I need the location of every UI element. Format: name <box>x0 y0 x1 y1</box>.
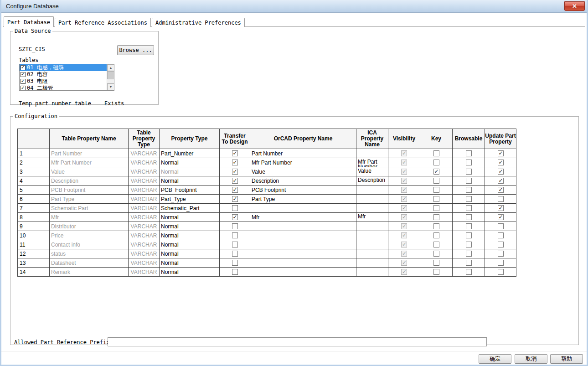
browsable-checkbox[interactable] <box>466 223 472 229</box>
orcad-property-name[interactable] <box>250 258 356 268</box>
key-checkbox[interactable] <box>433 160 439 165</box>
key-checkbox[interactable] <box>433 187 439 193</box>
list-scrollbar[interactable]: ▲ ▼ <box>107 64 114 90</box>
property-type[interactable]: Normal <box>160 240 220 249</box>
orcad-property-name[interactable] <box>250 231 356 240</box>
key-checkbox[interactable] <box>433 251 439 257</box>
ica-property-name[interactable] <box>356 204 388 213</box>
browsable-checkbox[interactable] <box>466 232 472 238</box>
item-checkbox[interactable] <box>21 65 26 70</box>
tab-part-reference-associations[interactable]: Part Reference Associations <box>55 18 151 27</box>
orcad-property-name[interactable] <box>250 240 356 249</box>
table-list-item[interactable]: 01 电感，磁珠 <box>20 64 107 71</box>
ica-property-name[interactable] <box>356 240 388 249</box>
update-part-property-checkbox[interactable] <box>498 169 504 175</box>
update-part-property-checkbox[interactable] <box>498 205 504 211</box>
property-type[interactable]: Schematic_Part <box>160 204 220 213</box>
browsable-checkbox[interactable] <box>466 260 472 266</box>
transfer-to-design-checkbox[interactable] <box>232 214 238 220</box>
row-number[interactable]: 2 <box>18 158 50 167</box>
key-checkbox[interactable] <box>433 242 439 247</box>
update-part-property-checkbox[interactable] <box>498 150 504 156</box>
row-number[interactable]: 7 <box>18 204 50 213</box>
titlebar[interactable]: Configure Database ✕ <box>1 0 587 13</box>
key-checkbox[interactable] <box>433 223 439 229</box>
key-checkbox[interactable] <box>433 269 439 275</box>
property-type[interactable]: PCB_Footprint <box>160 186 220 195</box>
browsable-checkbox[interactable] <box>466 150 472 156</box>
ica-property-name[interactable] <box>356 258 388 268</box>
transfer-to-design-checkbox[interactable] <box>232 178 238 184</box>
orcad-property-name[interactable]: Mfr <box>250 213 356 222</box>
browsable-checkbox[interactable] <box>466 214 472 220</box>
item-checkbox[interactable] <box>21 79 26 84</box>
update-part-property-checkbox[interactable] <box>498 251 504 257</box>
key-checkbox[interactable] <box>433 169 439 175</box>
update-part-property-checkbox[interactable] <box>498 269 504 275</box>
key-checkbox[interactable] <box>433 205 439 211</box>
transfer-to-design-checkbox[interactable] <box>232 205 238 211</box>
ica-property-name[interactable] <box>356 186 388 195</box>
update-part-property-checkbox[interactable] <box>498 242 504 247</box>
key-checkbox[interactable] <box>433 196 439 202</box>
row-number[interactable]: 3 <box>18 167 50 176</box>
item-checkbox[interactable] <box>21 72 26 77</box>
browsable-checkbox[interactable] <box>466 269 472 275</box>
ica-property-name[interactable] <box>356 195 388 204</box>
scroll-thumb[interactable] <box>107 71 114 79</box>
transfer-to-design-checkbox[interactable] <box>232 187 238 193</box>
ica-property-name[interactable]: Mfr <box>356 213 388 222</box>
property-type[interactable]: Normal <box>160 176 220 186</box>
browsable-checkbox[interactable] <box>466 205 472 211</box>
browse-button[interactable]: Browse ... <box>117 45 154 55</box>
transfer-to-design-checkbox[interactable] <box>232 150 238 156</box>
key-checkbox[interactable] <box>433 214 439 220</box>
browsable-checkbox[interactable] <box>466 251 472 257</box>
transfer-to-design-checkbox[interactable] <box>232 160 238 165</box>
orcad-property-name[interactable]: Part Number <box>250 149 356 158</box>
orcad-property-name[interactable] <box>250 249 356 258</box>
transfer-to-design-checkbox[interactable] <box>232 251 238 257</box>
row-number[interactable]: 10 <box>18 231 50 240</box>
row-number[interactable]: 6 <box>18 195 50 204</box>
orcad-property-name[interactable]: Part Type <box>250 195 356 204</box>
property-type[interactable]: Normal <box>160 258 220 268</box>
row-number[interactable]: 11 <box>18 240 50 249</box>
transfer-to-design-checkbox[interactable] <box>232 169 238 175</box>
ica-property-name[interactable]: Mfr Part Number <box>356 158 388 167</box>
allowed-prefixes-input[interactable] <box>108 337 487 346</box>
update-part-property-checkbox[interactable] <box>498 196 504 202</box>
row-number[interactable]: 5 <box>18 186 50 195</box>
orcad-property-name[interactable]: Value <box>250 167 356 176</box>
row-number[interactable]: 1 <box>18 149 50 158</box>
transfer-to-design-checkbox[interactable] <box>232 232 238 238</box>
browsable-checkbox[interactable] <box>466 178 472 184</box>
cancel-button[interactable]: 取消 <box>515 354 547 364</box>
update-part-property-checkbox[interactable] <box>498 187 504 193</box>
close-button[interactable]: ✕ <box>564 1 585 11</box>
row-number[interactable]: 8 <box>18 213 50 222</box>
property-type[interactable]: Part_Type <box>160 195 220 204</box>
ica-property-name[interactable]: Value <box>356 167 388 176</box>
property-type[interactable]: Normal <box>160 231 220 240</box>
ok-button[interactable]: 确定 <box>479 354 511 364</box>
property-type[interactable]: Normal <box>160 158 220 167</box>
orcad-property-name[interactable]: Mfr Part Number <box>250 158 356 167</box>
ica-property-name[interactable] <box>356 249 388 258</box>
row-number[interactable]: 9 <box>18 222 50 231</box>
update-part-property-checkbox[interactable] <box>498 223 504 229</box>
key-checkbox[interactable] <box>433 150 439 156</box>
browsable-checkbox[interactable] <box>466 187 472 193</box>
property-type[interactable]: Part_Number <box>160 149 220 158</box>
browsable-checkbox[interactable] <box>466 242 472 247</box>
table-list-item[interactable]: 03 电阻 <box>20 78 107 85</box>
orcad-property-name[interactable]: Description <box>250 176 356 186</box>
orcad-property-name[interactable] <box>250 204 356 213</box>
row-number[interactable]: 4 <box>18 176 50 186</box>
row-number[interactable]: 13 <box>18 258 50 268</box>
row-number[interactable]: 14 <box>18 268 50 277</box>
ica-property-name[interactable]: Description <box>356 176 388 186</box>
transfer-to-design-checkbox[interactable] <box>232 196 238 202</box>
transfer-to-design-checkbox[interactable] <box>232 223 238 229</box>
help-button[interactable]: 帮助 <box>550 354 583 364</box>
